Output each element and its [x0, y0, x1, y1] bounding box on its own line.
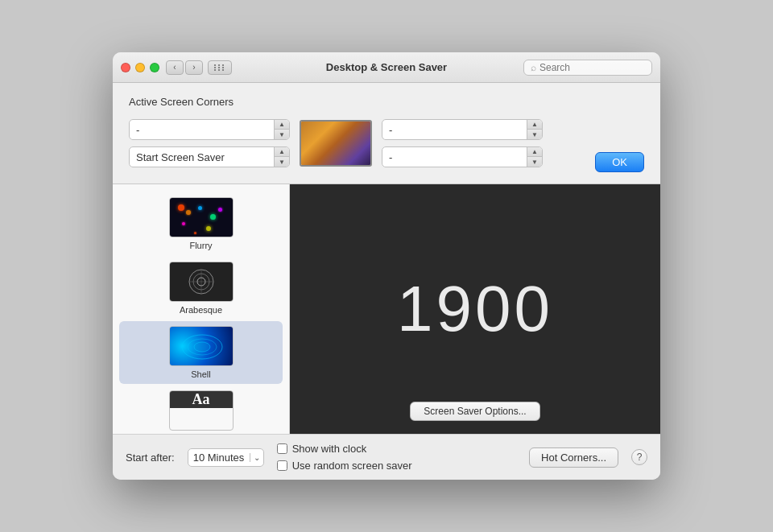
saver-label-flurry: Flurry	[189, 241, 212, 250]
hot-corners-button[interactable]: Hot Corners...	[529, 447, 618, 468]
corner-br-up[interactable]: ▲	[527, 147, 542, 157]
search-input[interactable]	[539, 62, 645, 73]
saver-label-arabesque: Arabesque	[180, 305, 222, 315]
active-screen-corners-panel: Active Screen Corners - Mission Control …	[113, 83, 660, 184]
corner-tl-dropdown[interactable]: - Mission Control Application Windows De…	[130, 122, 274, 138]
start-after-label: Start after:	[126, 452, 175, 464]
left-corners-col: - Mission Control Application Windows De…	[129, 119, 290, 167]
show-clock-row: Show with clock	[277, 443, 516, 455]
help-button[interactable]: ?	[631, 449, 647, 465]
grid-button[interactable]	[208, 60, 232, 75]
start-after-select[interactable]: 1 Minute 2 Minutes 5 Minutes 10 Minutes …	[188, 448, 264, 467]
corner-tr-down[interactable]: ▼	[527, 130, 542, 139]
corner-bl-up[interactable]: ▲	[275, 147, 289, 157]
corner-bl-down[interactable]: ▼	[275, 157, 289, 167]
screen-saver-options-button[interactable]: Screen Saver Options...	[410, 402, 539, 421]
corner-tr-select[interactable]: - Mission Control Start Screen Saver ▲ ▼	[382, 119, 543, 140]
corner-br-dropdown[interactable]: - Mission Control Start Screen Saver	[382, 149, 527, 166]
corner-br-stepper[interactable]: ▲ ▼	[527, 147, 542, 167]
svg-point-7	[194, 342, 210, 352]
corner-tr-up[interactable]: ▲	[527, 120, 542, 130]
corner-br-down[interactable]: ▼	[527, 157, 542, 167]
saver-item-arabesque[interactable]: Arabesque	[119, 257, 283, 320]
ok-button[interactable]: OK	[595, 152, 644, 172]
back-button[interactable]: ‹	[166, 60, 184, 75]
search-bar[interactable]: ⌕	[523, 60, 652, 76]
corner-tl-down[interactable]: ▼	[275, 130, 289, 139]
corner-tr-dropdown[interactable]: - Mission Control Start Screen Saver	[382, 122, 527, 138]
corner-tl-select[interactable]: - Mission Control Application Windows De…	[129, 119, 290, 140]
content-area: Active Screen Corners - Mission Control …	[113, 83, 660, 480]
preview-area: 1900 Screen Saver Options...	[290, 184, 660, 434]
window-title: Desktop & Screen Saver	[326, 61, 447, 73]
forward-button[interactable]: ›	[185, 60, 203, 75]
bottom-bar: Start after: 1 Minute 2 Minutes 5 Minute…	[113, 434, 660, 480]
saver-item-message[interactable]: Aa Message	[119, 386, 283, 434]
random-saver-row: Use random screen saver	[277, 460, 516, 472]
show-clock-label: Show with clock	[292, 443, 366, 455]
maximize-button[interactable]	[150, 63, 159, 72]
desktop-preview	[300, 120, 372, 167]
saver-thumb-shell	[169, 326, 234, 366]
show-clock-checkbox[interactable]	[277, 443, 287, 454]
overlay-title: Active Screen Corners	[129, 96, 644, 108]
random-saver-checkbox[interactable]	[277, 460, 287, 471]
saver-list[interactable]: Flurry	[113, 184, 290, 434]
start-after-arrow: ⌄	[250, 453, 263, 462]
saver-label-shell: Shell	[191, 369, 210, 379]
saver-thumb-arabesque	[169, 262, 234, 302]
close-button[interactable]	[121, 63, 130, 72]
saver-item-flurry[interactable]: Flurry	[119, 192, 283, 255]
nav-buttons: ‹ ›	[166, 60, 203, 75]
corner-br-select[interactable]: - Mission Control Start Screen Saver ▲ ▼	[382, 146, 543, 167]
corner-bl-dropdown[interactable]: Start Screen Saver - Mission Control	[130, 149, 274, 166]
search-icon: ⌕	[531, 62, 536, 73]
corner-tl-stepper[interactable]: ▲ ▼	[274, 120, 289, 139]
saver-thumb-message: Aa	[169, 390, 234, 431]
corner-bl-stepper[interactable]: ▲ ▼	[274, 147, 289, 167]
titlebar: ‹ › Desktop & Screen Saver ⌕	[113, 52, 660, 83]
minimize-button[interactable]	[135, 63, 145, 72]
checkboxes-area: Show with clock Use random screen saver	[277, 443, 516, 472]
start-after-dropdown[interactable]: 1 Minute 2 Minutes 5 Minutes 10 Minutes …	[188, 449, 250, 466]
corner-bl-select[interactable]: Start Screen Saver - Mission Control ▲ ▼	[129, 146, 290, 167]
preview-number: 1900	[397, 272, 553, 346]
saver-item-shell[interactable]: Shell	[119, 321, 283, 384]
saver-thumb-flurry	[169, 197, 234, 237]
random-saver-label: Use random screen saver	[292, 460, 412, 472]
main-window: ‹ › Desktop & Screen Saver ⌕ Active Scre…	[113, 52, 660, 480]
corner-tr-stepper[interactable]: ▲ ▼	[527, 120, 542, 139]
corner-tl-up[interactable]: ▲	[275, 120, 289, 130]
corners-layout: - Mission Control Application Windows De…	[129, 119, 644, 167]
main-saver-area: Flurry	[113, 184, 660, 434]
traffic-lights	[121, 63, 159, 72]
desktop-preview-image	[301, 122, 370, 165]
right-corners-col: - Mission Control Start Screen Saver ▲ ▼…	[382, 119, 543, 167]
